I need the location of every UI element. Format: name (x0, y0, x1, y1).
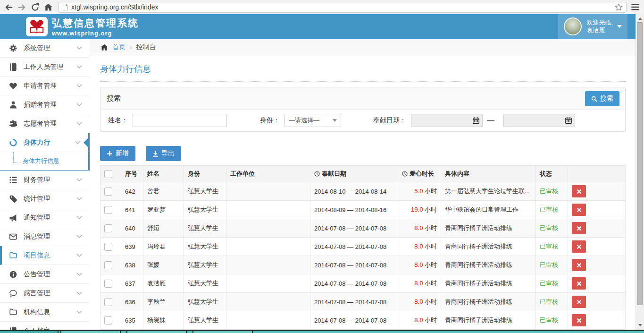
taskbar-button (126, 331, 187, 333)
row-checkbox[interactable] (104, 243, 112, 251)
scroll-down-icon[interactable] (636, 322, 644, 329)
cell-hours: 19.0 小时 (398, 201, 441, 219)
scrollbar-thumb[interactable] (637, 22, 643, 305)
delete-button[interactable] (572, 296, 586, 308)
cell-content: 青商同行橘子洲活动排练 (441, 256, 536, 274)
browser-menu-icon[interactable] (631, 4, 639, 10)
sidebar-item-4[interactable]: 志愿者管理 (0, 114, 90, 133)
forward-icon[interactable] (17, 3, 26, 11)
gear-icon (9, 44, 17, 52)
browser-home-icon[interactable] (44, 3, 53, 11)
name-input[interactable] (133, 114, 227, 127)
sidebar-item-label: 消息管理 (24, 232, 50, 241)
status-badge: 已审核 (540, 316, 558, 324)
col-爱心时长: 爱心时长 (398, 166, 441, 182)
delete-button[interactable] (572, 277, 586, 290)
row-checkbox[interactable] (104, 224, 112, 232)
search-button[interactable]: 搜索 (585, 91, 619, 106)
delete-button[interactable] (572, 185, 586, 197)
breadcrumb-current: 控制台 (136, 43, 156, 51)
cell-status: 已审核 (536, 219, 568, 238)
home-icon[interactable] (100, 44, 108, 51)
cell-actions (568, 293, 626, 311)
cell-content: 青商同行橘子洲活动排练 (441, 293, 536, 311)
sidebar-item-3[interactable]: 捐赠者管理 (0, 95, 90, 114)
calendar-icon[interactable] (565, 117, 572, 124)
cell-content: 青商同行橘子洲活动排练 (441, 274, 536, 293)
cell-actions (568, 238, 626, 256)
hours-value: 8.0 (414, 243, 423, 250)
chevron-down-icon (76, 273, 82, 276)
date-from-input[interactable] (411, 114, 483, 127)
bookmark-star-icon[interactable] (615, 3, 623, 11)
info-icon (9, 271, 17, 278)
cell-name: 李秋兰 (143, 293, 184, 311)
sidebar-item-label: 统计管理 (24, 195, 50, 203)
export-button[interactable]: 导出 (146, 146, 181, 161)
cell-identity: 弘慧大学生 (184, 256, 226, 274)
sidebar-item-5[interactable]: 身体力行 (0, 133, 90, 152)
back-icon[interactable] (4, 3, 13, 11)
vertical-scrollbar[interactable] (636, 14, 644, 330)
sidebar-item-9[interactable]: 消息管理 (0, 227, 90, 246)
cell-unit (226, 256, 310, 274)
col-select-all (100, 166, 121, 182)
col-身份: 身份 (184, 166, 226, 182)
status-badge: 已审核 (540, 188, 558, 195)
row-checkbox[interactable] (104, 316, 112, 324)
identity-select[interactable]: —请选择— (284, 114, 341, 127)
sidebar-item-10[interactable]: 项目信息 (0, 246, 90, 265)
sidebar-item-7[interactable]: 统计管理 (0, 189, 90, 208)
cell-checkbox (100, 256, 121, 274)
row-checkbox[interactable] (104, 188, 112, 196)
delete-button[interactable] (572, 240, 586, 253)
cell-unit (226, 311, 310, 330)
cell-identity: 弘慧大学生 (184, 201, 226, 219)
calendar-icon[interactable] (473, 117, 479, 124)
date-to-input[interactable] (503, 114, 575, 127)
chevron-down-icon (76, 254, 82, 257)
sidebar-item-14[interactable]: 个人档案 (0, 322, 90, 330)
scroll-up-icon[interactable] (636, 15, 644, 22)
breadcrumb-home-link[interactable]: 首页 (112, 43, 125, 51)
delete-button[interactable] (572, 314, 586, 326)
url-text[interactable]: xtgl.wispring.org.cn/Stlx/index (71, 3, 615, 11)
page-icon (62, 4, 68, 10)
cell-actions (568, 201, 626, 219)
folder-icon (9, 252, 17, 259)
table-row: 636李秋兰弘慧大学生2014-07-08 — 2014-07-088.0 小时… (100, 293, 626, 311)
logo-badge: WEDF (32, 29, 40, 32)
row-checkbox[interactable] (104, 298, 112, 306)
sidebar-item-6[interactable]: 财务管理 (0, 171, 90, 189)
user-menu[interactable]: 欢迎光临, 袁洁雁 (558, 14, 627, 39)
breadcrumb-separator: › (130, 43, 132, 51)
delete-button[interactable] (572, 259, 586, 271)
url-bar[interactable]: xtgl.wispring.org.cn/Stlx/index (59, 2, 627, 13)
sidebar-item-8[interactable]: 通知管理 (0, 208, 90, 227)
column-label: 工作单位 (230, 170, 255, 177)
add-button[interactable]: 新增 (100, 146, 135, 161)
hours-value: 8.0 (414, 261, 423, 268)
sidebar-item-label: 系统管理 (24, 44, 50, 52)
select-all-checkbox[interactable] (104, 170, 112, 178)
row-checkbox[interactable] (104, 280, 112, 288)
sidebar-item-12[interactable]: 感言管理 (0, 284, 90, 303)
cell-actions (568, 311, 626, 330)
sidebar-item-11[interactable]: 公告管理 (0, 265, 90, 284)
sidebar-item-2[interactable]: 申请者管理 (0, 77, 90, 95)
delete-button[interactable] (572, 204, 586, 216)
col-状态: 状态 (536, 166, 568, 182)
cell-checkbox (100, 219, 121, 238)
sidebar-item-1[interactable]: 工作人员管理 (0, 58, 90, 77)
reload-icon[interactable] (31, 3, 40, 11)
logo[interactable]: WEDF 弘慧信息管理系统 www.wispring.org (26, 17, 139, 37)
x-icon (577, 299, 582, 305)
delete-button[interactable] (572, 222, 586, 234)
clock-icon (314, 171, 320, 177)
search-panel: 搜索 搜索 姓名： 身份： —请选择— 奉献日期： — (100, 87, 626, 132)
sidebar-subitem-0[interactable]: 身体力行信息 (0, 152, 88, 170)
sidebar-item-13[interactable]: 机构信息 (0, 303, 90, 322)
sidebar-item-0[interactable]: 系统管理 (0, 39, 90, 58)
row-checkbox[interactable] (104, 261, 112, 269)
row-checkbox[interactable] (104, 206, 112, 214)
